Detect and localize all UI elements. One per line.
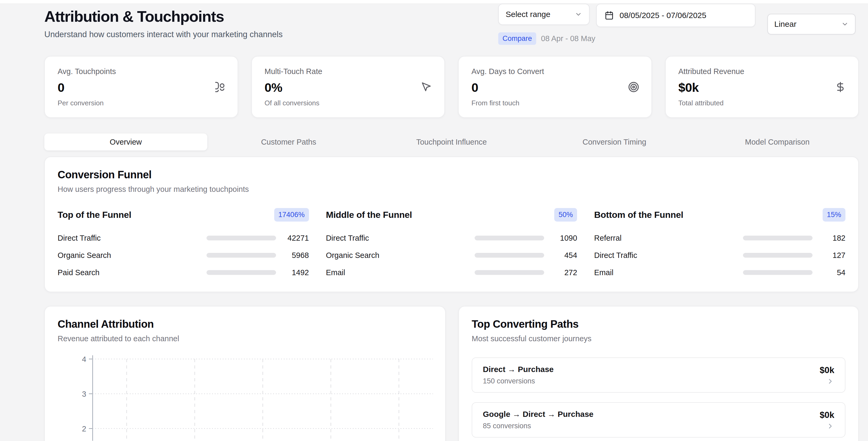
funnel-row: Direct Traffic 42271	[58, 233, 309, 243]
channel-attribution-card: Channel Attribution Revenue attributed t…	[44, 306, 446, 441]
page-title: Attribution & Touchpoints	[44, 7, 224, 25]
funnel-bar-track	[207, 270, 276, 275]
stat-card-attributed-revenue: Attributed Revenue $0k Total attributed	[665, 56, 859, 118]
stage-name: Bottom of the Funnel	[594, 210, 683, 220]
funnel-row-value: 1090	[550, 234, 577, 243]
stat-caption: Per conversion	[58, 99, 225, 107]
range-select[interactable]: Select range	[498, 4, 590, 25]
stage-name: Top of the Funnel	[58, 210, 131, 220]
funnel-row: Email 54	[594, 267, 845, 278]
date-range-value: 08/05/2025 - 07/06/2025	[620, 11, 706, 20]
funnel-bar-track	[475, 253, 544, 258]
funnel-row: Referral 182	[594, 233, 845, 243]
stage-name: Middle of the Funnel	[326, 210, 412, 220]
stat-value: 0%	[265, 80, 432, 95]
channel-attribution-title: Channel Attribution	[58, 318, 432, 330]
funnel-row-label: Direct Traffic	[58, 234, 207, 243]
stat-value: $0k	[679, 80, 846, 95]
stage-badge: 17406%	[274, 208, 309, 222]
path-conversions: 150 conversions	[483, 377, 554, 385]
funnel-bar-track	[475, 235, 544, 241]
funnel-row: Direct Traffic 127	[594, 250, 845, 260]
chevron-right-icon	[826, 422, 834, 430]
funnel-row-label: Direct Traffic	[594, 251, 743, 260]
tab-conversion-timing[interactable]: Conversion Timing	[533, 133, 696, 151]
scale-select-value: Linear	[774, 20, 796, 29]
top-converting-paths-card: Top Converting Paths Most successful cus…	[458, 306, 859, 441]
page-header: Attribution & Touchpoints Understand how…	[44, 4, 859, 56]
stat-card-avg-touchpoints: Avg. Touchpoints 0 Per conversion	[44, 56, 238, 118]
funnel-stages: Top of the Funnel 17406% Direct Traffic …	[58, 208, 845, 284]
funnel-row: Organic Search 5968	[58, 250, 309, 260]
svg-text:3: 3	[82, 390, 86, 398]
stat-value: 0	[471, 80, 639, 95]
bottom-row: Channel Attribution Revenue attributed t…	[44, 306, 859, 441]
funnel-row-label: Paid Search	[58, 268, 207, 277]
funnel-row: Organic Search 454	[326, 250, 577, 260]
funnel-row: Direct Traffic 1090	[326, 233, 577, 243]
page-subtitle: Understand how customers interact with y…	[44, 30, 283, 39]
funnel-stage-bottom: Bottom of the Funnel 15% Referral 182 Di…	[594, 208, 845, 284]
funnel-stage-middle: Middle of the Funnel 50% Direct Traffic …	[326, 208, 577, 284]
path-title: Direct → Purchase	[483, 365, 554, 374]
funnel-row-label: Organic Search	[58, 251, 207, 260]
path-value: $0k	[820, 365, 834, 375]
funnel-row-label: Organic Search	[326, 251, 475, 260]
top-paths-subtitle: Most successful customer journeys	[472, 334, 845, 343]
compare-badge[interactable]: Compare	[498, 32, 536, 45]
tab-customer-paths[interactable]: Customer Paths	[207, 133, 370, 151]
funnel-row-value: 182	[818, 234, 845, 243]
tab-model-comparison[interactable]: Model Comparison	[696, 133, 859, 151]
stat-label: Multi-Touch Rate	[265, 67, 432, 76]
funnel-row: Paid Search 1492	[58, 267, 309, 278]
tab-touchpoint-influence[interactable]: Touchpoint Influence	[370, 133, 533, 151]
stat-label: Avg. Days to Convert	[471, 67, 639, 76]
svg-text:4: 4	[82, 355, 86, 364]
target-icon	[628, 82, 639, 93]
funnel-row-value: 272	[550, 268, 577, 277]
stat-caption: From first touch	[471, 99, 639, 107]
funnel-row-value: 127	[818, 251, 845, 260]
funnel-bar-track	[207, 235, 276, 241]
chevron-down-icon	[575, 11, 582, 18]
calendar-icon	[605, 11, 614, 20]
funnel-row-label: Email	[594, 268, 743, 277]
stat-label: Attributed Revenue	[679, 67, 846, 76]
stat-cards: Avg. Touchpoints 0 Per conversion Multi-…	[44, 56, 859, 118]
chevron-right-icon	[826, 377, 834, 385]
chevron-down-icon	[841, 21, 848, 28]
stat-label: Avg. Touchpoints	[58, 67, 225, 76]
dollar-sign-icon	[835, 82, 846, 93]
funnel-subtitle: How users progress through your marketin…	[58, 185, 845, 194]
path-item[interactable]: Google → Direct → Purchase 85 conversion…	[472, 402, 845, 438]
funnel-row-value: 454	[550, 251, 577, 260]
stat-caption: Of all conversions	[265, 99, 432, 107]
stat-value: 0	[58, 80, 225, 95]
stat-card-multi-touch-rate: Multi-Touch Rate 0% Of all conversions	[251, 56, 445, 118]
funnel-row-label: Email	[326, 268, 475, 277]
compare-row: Compare 08 Apr - 08 May	[498, 32, 595, 45]
funnel-row-label: Referral	[594, 234, 743, 243]
funnel-bar-track	[743, 235, 812, 241]
compare-range-text: 08 Apr - 08 May	[541, 34, 595, 43]
funnel-bar-track	[207, 253, 276, 258]
tab-overview[interactable]: Overview	[44, 133, 207, 151]
funnel-row-value: 54	[818, 268, 845, 277]
tab-bar: Overview Customer Paths Touchpoint Influ…	[44, 133, 859, 151]
date-range-button[interactable]: 08/05/2025 - 07/06/2025	[596, 4, 755, 27]
funnel-row-value: 5968	[281, 251, 309, 260]
funnel-bar-track	[743, 270, 812, 275]
funnel-row-value: 1492	[281, 268, 309, 277]
path-item[interactable]: Direct → Purchase 150 conversions $0k	[472, 357, 845, 393]
stat-caption: Total attributed	[679, 99, 846, 107]
path-value: $0k	[820, 410, 834, 420]
browser-chrome-strip	[0, 0, 868, 4]
channel-attribution-chart: 432	[58, 350, 432, 441]
stage-badge: 50%	[554, 208, 577, 222]
range-select-value: Select range	[506, 10, 550, 19]
top-paths-title: Top Converting Paths	[472, 318, 845, 330]
funnel-bar-track	[475, 270, 544, 275]
scale-select[interactable]: Linear	[767, 14, 856, 34]
stage-badge: 15%	[823, 208, 845, 222]
funnel-stage-top: Top of the Funnel 17406% Direct Traffic …	[58, 208, 309, 284]
